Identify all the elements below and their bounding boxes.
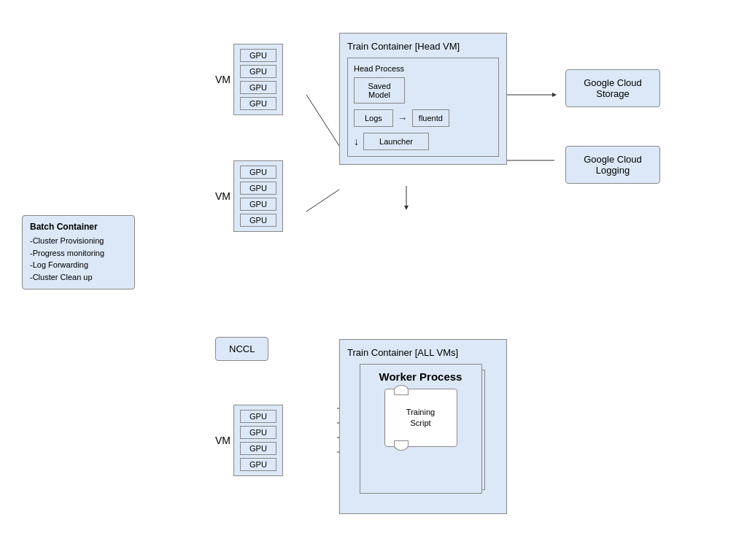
worker-process-label: Worker Process: [366, 370, 476, 383]
logs-row: Logs → fluentd: [354, 109, 492, 127]
batch-item-3: -Log Forwarding: [30, 259, 127, 271]
gcloud-logging-box: Google Cloud Logging: [565, 146, 660, 184]
vm2-label: VM: [215, 190, 231, 202]
logs-box: Logs: [354, 109, 393, 127]
gcloud-storage-box: Google Cloud Storage: [565, 69, 660, 107]
vm3-gpu-1: GPU: [240, 410, 276, 423]
training-script-scroll: TrainingScript: [384, 389, 457, 447]
train-all-container: Train Container [ALL VMs] Worker Process…: [339, 339, 507, 514]
vm1-group: VM GPU GPU GPU GPU: [215, 44, 283, 115]
vm2-gpu-4: GPU: [240, 214, 276, 227]
worker-card-front: Worker Process TrainingScript: [360, 364, 482, 494]
head-process-box: Head Process Saved Model Logs → fluentd …: [347, 58, 499, 157]
vm2-gpu-stack: GPU GPU GPU GPU: [233, 160, 283, 232]
vm3-gpu-4: GPU: [240, 458, 276, 471]
vm3-gpu-2: GPU: [240, 426, 276, 439]
batch-item-2: -Progress monitoring: [30, 247, 127, 260]
nccl-box: NCCL: [215, 337, 268, 361]
training-script-label: TrainingScript: [406, 407, 435, 429]
vm2-gpu-2: GPU: [240, 182, 276, 195]
vm2-group: VM GPU GPU GPU GPU: [215, 160, 283, 232]
vm3-label: VM: [215, 435, 231, 446]
vm1-gpu-stack: GPU GPU GPU GPU: [233, 44, 283, 115]
worker-stack: Worker Process TrainingScript: [360, 364, 487, 499]
vm1-label: VM: [215, 74, 231, 85]
diagram: Batch Container -Cluster Provisioning -P…: [0, 0, 747, 560]
vm1-gpu-1: GPU: [240, 49, 276, 62]
fluentd-box: fluentd: [412, 109, 449, 127]
gcloud-storage-line1: Google Cloud: [576, 77, 649, 88]
batch-container: Batch Container -Cluster Provisioning -P…: [22, 215, 135, 289]
train-head-container: Train Container [Head VM] Head Process S…: [339, 33, 507, 165]
train-all-title: Train Container [ALL VMs]: [347, 347, 499, 358]
gcloud-logging-line2: Logging: [576, 165, 649, 176]
batch-item-1: -Cluster Provisioning: [30, 235, 127, 247]
vm1-gpu-4: GPU: [240, 97, 276, 110]
launcher-box: Launcher: [363, 133, 429, 150]
head-process-label: Head Process: [354, 64, 492, 73]
vm3-gpu-3: GPU: [240, 442, 276, 455]
saved-model-box: Saved Model: [354, 77, 405, 104]
batch-container-title: Batch Container: [30, 222, 127, 232]
vm1-gpu-3: GPU: [240, 81, 276, 94]
vm3-group: VM GPU GPU GPU GPU: [215, 405, 283, 476]
gcloud-storage-line2: Storage: [576, 88, 649, 99]
vm1-gpu-2: GPU: [240, 65, 276, 78]
vm3-gpu-stack: GPU GPU GPU GPU: [233, 405, 283, 476]
arrow-right-icon: →: [398, 112, 408, 124]
vm2-gpu-1: GPU: [240, 166, 276, 179]
svg-line-1: [306, 190, 339, 211]
vm2-gpu-3: GPU: [240, 198, 276, 211]
train-head-title: Train Container [Head VM]: [347, 41, 499, 52]
svg-line-0: [306, 95, 339, 146]
arrow-down-icon: ↓: [354, 136, 359, 147]
batch-item-4: -Cluster Clean up: [30, 271, 127, 284]
nccl-label: NCCL: [229, 343, 255, 354]
gcloud-logging-line1: Google Cloud: [576, 154, 649, 165]
